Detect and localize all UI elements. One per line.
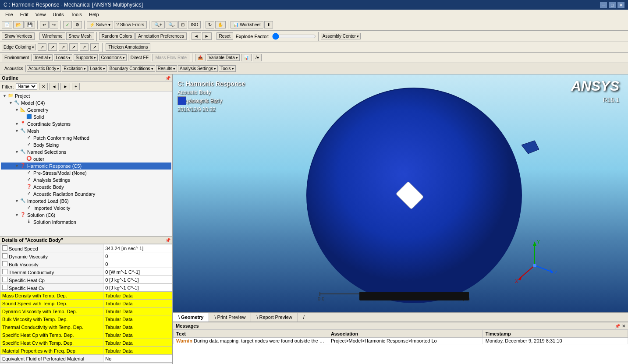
- arrow1-btn[interactable]: ↗: [38, 43, 46, 51]
- rotate-btn[interactable]: ↻: [206, 21, 214, 28]
- tree-item-acourad[interactable]: ✓Acoustic Radiation Boundary: [1, 191, 171, 198]
- acoustic-body-dropdown[interactable]: Acoustic Body: [27, 65, 61, 72]
- messages-pin-icon[interactable]: 📌: [615, 324, 620, 329]
- expand-btn-outer[interactable]: [21, 157, 25, 161]
- zoom-in-btn[interactable]: 🔍+: [152, 21, 165, 28]
- filter-prev-btn[interactable]: ◄: [50, 83, 59, 90]
- menu-file[interactable]: File: [2, 11, 17, 18]
- expand-btn-geometry[interactable]: ▼: [15, 108, 19, 112]
- tree-item-acousticbody[interactable]: ❓Acoustic Body: [1, 184, 171, 191]
- tab-geometry[interactable]: \ Geometry: [173, 313, 209, 322]
- window-controls[interactable]: ─ □ ✕: [600, 2, 624, 8]
- expand-btn-coord[interactable]: ▼: [15, 122, 19, 126]
- filter-clear-btn[interactable]: ✕: [39, 83, 48, 90]
- results-dropdown[interactable]: Results: [156, 65, 177, 72]
- analysis-settings-dropdown[interactable]: Analysis Settings: [178, 65, 218, 72]
- supports-dropdown[interactable]: Supports: [74, 54, 98, 61]
- worksheet-btn[interactable]: 📊 Worksheet: [231, 21, 263, 28]
- tree-item-harmonic[interactable]: ▼❓Harmonic Response (C5): [1, 163, 171, 170]
- outline-pin-icon[interactable]: 📌: [165, 76, 170, 81]
- tab-close[interactable]: /: [298, 313, 310, 322]
- expand-btn-acousticbody[interactable]: [21, 185, 25, 189]
- direct-fe-btn[interactable]: Direct FE: [128, 54, 152, 61]
- arrow3-btn[interactable]: ↗: [59, 43, 67, 51]
- more-btn[interactable]: /▾: [253, 54, 262, 61]
- expand-btn-solid[interactable]: [21, 115, 25, 119]
- environment-btn[interactable]: Environment: [2, 54, 32, 61]
- acoustic-loads-dropdown[interactable]: Loads: [89, 65, 107, 72]
- details-pin-icon[interactable]: 📌: [165, 238, 170, 243]
- fit-btn[interactable]: ⊡: [178, 21, 187, 28]
- tree-item-solid[interactable]: 🟦Solid: [1, 113, 171, 120]
- detail-checkbox[interactable]: [2, 253, 7, 258]
- tab-print-preview[interactable]: \ Print Preview: [209, 313, 251, 322]
- cursor-btn[interactable]: ⬆: [264, 21, 273, 28]
- conditions-dropdown[interactable]: Conditions: [99, 54, 126, 61]
- detail-checkbox[interactable]: [2, 277, 7, 282]
- explode-slider[interactable]: [272, 33, 316, 40]
- tree-item-impvel[interactable]: ✓Imported Velocity: [1, 205, 171, 212]
- loads-dropdown[interactable]: Loads: [54, 54, 72, 61]
- expand-btn-named[interactable]: ▼: [15, 150, 19, 154]
- minimize-button[interactable]: ─: [600, 2, 607, 8]
- pan-btn[interactable]: ✋: [215, 21, 226, 28]
- show-errors-btn[interactable]: ? Show Errors: [114, 21, 147, 28]
- tree-item-project[interactable]: ▼📁Project: [1, 92, 171, 99]
- redo-btn[interactable]: ↪: [50, 21, 58, 28]
- expand-btn-project[interactable]: ▼: [3, 94, 7, 98]
- expand-btn-acourad[interactable]: [21, 192, 25, 196]
- variable-data-dropdown[interactable]: Variable Data: [207, 54, 240, 61]
- detail-checkbox[interactable]: [2, 285, 7, 290]
- menu-tools[interactable]: Tools: [67, 11, 85, 18]
- maximize-button[interactable]: □: [609, 2, 616, 8]
- iso-btn[interactable]: ISO: [188, 21, 201, 28]
- excitation-dropdown[interactable]: Excitation: [62, 65, 87, 72]
- tree-item-named[interactable]: ▼🔧Named Selections: [1, 148, 171, 155]
- expand-btn-bsizing[interactable]: [21, 143, 25, 147]
- expand-btn-harmonic[interactable]: ▼: [15, 164, 19, 168]
- zoom-out-btn[interactable]: 🔍-: [166, 21, 177, 28]
- export-btn[interactable]: 📤: [195, 54, 206, 61]
- show-vertices-btn[interactable]: Show Vertices: [2, 32, 35, 40]
- show-mesh-btn[interactable]: Show Mesh: [66, 32, 94, 40]
- menu-view[interactable]: View: [32, 11, 50, 18]
- menu-edit[interactable]: Edit: [17, 11, 32, 18]
- chart-btn[interactable]: 📊: [241, 54, 252, 61]
- boundary-conditions-dropdown[interactable]: Boundary Conditions: [108, 65, 155, 72]
- close-button[interactable]: ✕: [617, 2, 624, 8]
- filter-add-btn[interactable]: +: [72, 83, 80, 90]
- expand-btn-analsettings[interactable]: [21, 178, 25, 182]
- menu-units[interactable]: Units: [49, 11, 67, 18]
- arrow6-btn[interactable]: ↗: [90, 43, 99, 51]
- move-left-btn[interactable]: ◄: [192, 32, 201, 40]
- tree-item-importload[interactable]: ▼🔧Imported Load (B6): [1, 198, 171, 205]
- detail-checkbox[interactable]: [2, 269, 7, 274]
- expand-btn-prestress[interactable]: [21, 171, 25, 175]
- filter-select[interactable]: Name: [16, 83, 37, 90]
- mass-flow-btn[interactable]: Mass Flow Rate: [153, 54, 189, 61]
- annotation-prefs-btn[interactable]: Annotation Preferences: [135, 32, 187, 40]
- expand-btn-patch[interactable]: [21, 136, 25, 140]
- tree-item-analsettings[interactable]: ✓Analysis Settings: [1, 177, 171, 184]
- tools-dropdown[interactable]: Tools: [219, 65, 235, 72]
- tree-item-outer[interactable]: ⭕outer: [1, 155, 171, 163]
- expand-btn-impvel[interactable]: [21, 206, 25, 210]
- inertial-dropdown[interactable]: Inertial: [33, 54, 53, 61]
- random-colors-btn[interactable]: Random Colors: [99, 32, 135, 40]
- save-btn[interactable]: 💾: [25, 21, 35, 28]
- new-btn[interactable]: 📄: [2, 21, 12, 28]
- arrow2-btn[interactable]: ↗: [48, 43, 57, 51]
- check-btn[interactable]: ✓: [63, 21, 72, 28]
- tree-item-geometry[interactable]: ▼📐Geometry: [1, 106, 171, 113]
- arrow5-btn[interactable]: ↗: [80, 43, 89, 51]
- expand-btn-model[interactable]: ▼: [9, 101, 13, 105]
- acoustics-label-btn[interactable]: Acoustics: [2, 65, 26, 72]
- menu-help[interactable]: Help: [85, 11, 103, 18]
- thicken-annotations-btn[interactable]: Thicken Annotations: [106, 43, 150, 51]
- solve-btn[interactable]: ⚡ Solve ▾: [87, 21, 113, 28]
- filter-next-btn[interactable]: ►: [60, 83, 70, 90]
- edge-coloring-dropdown[interactable]: Edge Coloring: [2, 44, 36, 50]
- tree-item-solution[interactable]: ▼❓Solution (C6): [1, 212, 171, 219]
- tree-item-prestress[interactable]: ✓Pre-Stress/Modal (None): [1, 170, 171, 177]
- tab-report-preview[interactable]: \ Report Preview: [251, 313, 298, 322]
